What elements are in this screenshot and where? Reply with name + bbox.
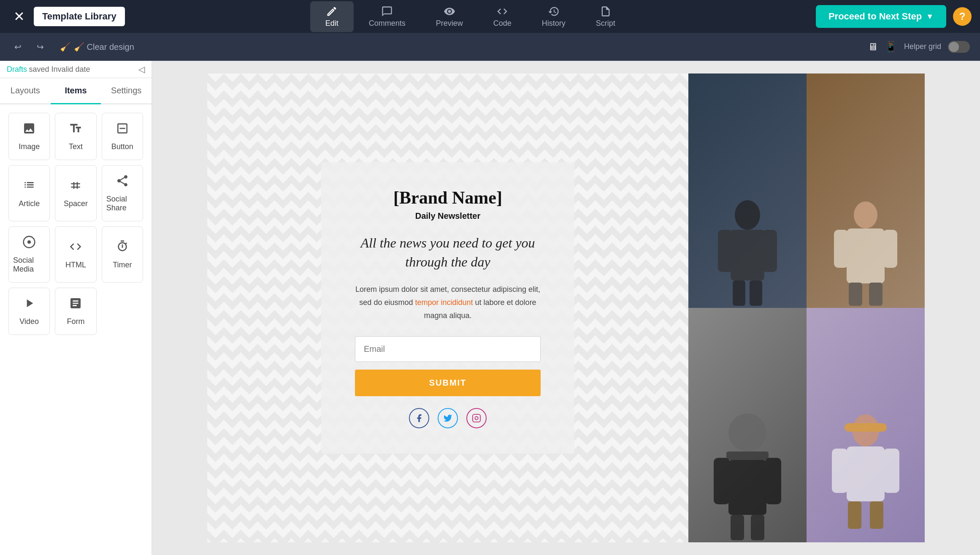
item-social-share[interactable]: Social Share [102, 165, 143, 221]
template-library-button[interactable]: Template Library [34, 7, 125, 26]
nav-item-script[interactable]: Script [581, 1, 631, 32]
video-icon [22, 297, 36, 313]
edit-icon [326, 5, 338, 17]
clear-design-button[interactable]: 🧹 🧹 Clear design [55, 39, 139, 54]
nav-item-preview[interactable]: Preview [421, 1, 478, 32]
nav-label-comments: Comments [369, 19, 406, 28]
timer-icon [116, 240, 129, 256]
drafts-label[interactable]: Drafts [7, 65, 27, 73]
image-label: Image [19, 142, 40, 151]
svg-rect-17 [728, 460, 766, 515]
close-button[interactable]: ✕ [8, 8, 30, 24]
desktop-view-button[interactable]: 🖥 [868, 41, 878, 53]
tab-settings[interactable]: Settings [101, 78, 152, 104]
svg-rect-16 [726, 452, 769, 460]
svg-rect-28 [870, 501, 883, 529]
main-layout: Drafts saved Invalid date ◁ Layouts Item… [0, 61, 980, 555]
item-spacer[interactable]: Spacer [55, 165, 96, 221]
email-input-field[interactable] [355, 336, 541, 362]
submit-button[interactable]: SUBMIT [355, 370, 541, 396]
saved-text: saved Invalid date [29, 65, 90, 73]
script-icon [600, 5, 612, 17]
item-social-media[interactable]: Social Media [8, 226, 50, 283]
svg-point-15 [728, 414, 766, 452]
video-label: Video [19, 317, 39, 326]
nav-label-code: Code [493, 19, 512, 28]
text-label: Text [69, 142, 83, 151]
svg-rect-24 [847, 446, 885, 501]
top-navigation: ✕ Template Library Edit Comments Preview… [0, 0, 980, 33]
svg-rect-6 [762, 230, 777, 272]
svg-point-3 [735, 200, 760, 230]
form-icon [69, 297, 82, 313]
collapse-sidebar-button[interactable]: ◁ [138, 64, 145, 74]
svg-point-9 [854, 201, 877, 229]
svg-rect-10 [847, 229, 885, 283]
spacer-label: Spacer [64, 199, 88, 208]
button-label: Button [111, 142, 133, 151]
social-media-icon [22, 235, 36, 252]
fashion-figure-1 [688, 73, 807, 308]
form-label: Form [67, 317, 84, 326]
sidebar-tabs: Layouts Items Settings [0, 78, 152, 104]
svg-rect-23 [845, 423, 887, 432]
svg-rect-20 [731, 515, 744, 540]
redo-button[interactable]: ↪ [32, 39, 48, 54]
twitter-icon[interactable] [438, 408, 458, 428]
html-label: HTML [65, 261, 86, 269]
item-form[interactable]: Form [55, 288, 96, 335]
fashion-figure-4 [807, 308, 925, 542]
clear-design-label: 🧹 Clear design [74, 42, 134, 52]
item-html[interactable]: HTML [55, 226, 96, 283]
nav-item-edit[interactable]: Edit [310, 1, 354, 32]
undo-button[interactable]: ↩ [10, 39, 26, 54]
facebook-icon[interactable] [409, 408, 429, 428]
nav-label-history: History [542, 19, 566, 28]
svg-rect-1 [473, 414, 480, 422]
html-icon [69, 240, 82, 256]
helper-grid-label: Helper grid [904, 42, 941, 51]
svg-rect-8 [750, 280, 762, 306]
instagram-icon[interactable] [466, 408, 487, 428]
social-share-icon [116, 174, 129, 190]
proceed-button[interactable]: Proceed to Next Step ▼ [816, 5, 946, 28]
tab-layouts[interactable]: Layouts [0, 78, 51, 104]
items-grid: Image Text Button Article [0, 104, 152, 343]
photo-cell-3 [688, 308, 807, 542]
tab-items[interactable]: Items [51, 78, 101, 104]
highlighted-text: tempor incididunt [415, 298, 473, 307]
proceed-label: Proceed to Next Step [828, 11, 922, 22]
item-article[interactable]: Article [8, 165, 50, 221]
email-content-area: [Brand Name] Daily Newsletter All the ne… [207, 73, 688, 542]
device-buttons: 🖥 📱 [868, 41, 897, 53]
history-icon [548, 5, 560, 17]
nav-item-history[interactable]: History [527, 1, 581, 32]
helper-grid-toggle[interactable] [948, 41, 970, 53]
item-text[interactable]: Text [55, 113, 96, 160]
item-timer[interactable]: Timer [102, 226, 143, 283]
svg-rect-5 [718, 230, 733, 272]
social-media-label: Social Media [13, 256, 45, 274]
help-button[interactable]: ? [953, 7, 972, 26]
photo-cell-2 [807, 73, 925, 308]
nav-item-comments[interactable]: Comments [354, 1, 421, 32]
item-button[interactable]: Button [102, 113, 143, 160]
item-video[interactable]: Video [8, 288, 50, 335]
email-body-text: Lorem ipsum dolor sit amet, consectetur … [355, 283, 541, 322]
nav-item-code[interactable]: Code [478, 1, 527, 32]
photo-cell-4 [807, 308, 925, 542]
svg-rect-13 [849, 283, 862, 306]
toolbar: ↩ ↪ 🧹 🧹 Clear design 🖥 📱 Helper grid [0, 33, 980, 61]
article-icon [22, 179, 36, 195]
code-icon [496, 5, 508, 17]
proceed-dropdown-arrow[interactable]: ▼ [926, 12, 934, 21]
mobile-view-button[interactable]: 📱 [885, 41, 897, 53]
svg-rect-25 [832, 449, 848, 493]
svg-rect-11 [834, 230, 848, 268]
nav-center: Edit Comments Preview Code History Scrip… [129, 1, 812, 32]
svg-rect-4 [731, 230, 764, 280]
canvas-area[interactable]: [Brand Name] Daily Newsletter All the ne… [152, 61, 980, 555]
sidebar: Drafts saved Invalid date ◁ Layouts Item… [0, 61, 152, 555]
item-image[interactable]: Image [8, 113, 50, 160]
comments-icon [381, 5, 393, 17]
